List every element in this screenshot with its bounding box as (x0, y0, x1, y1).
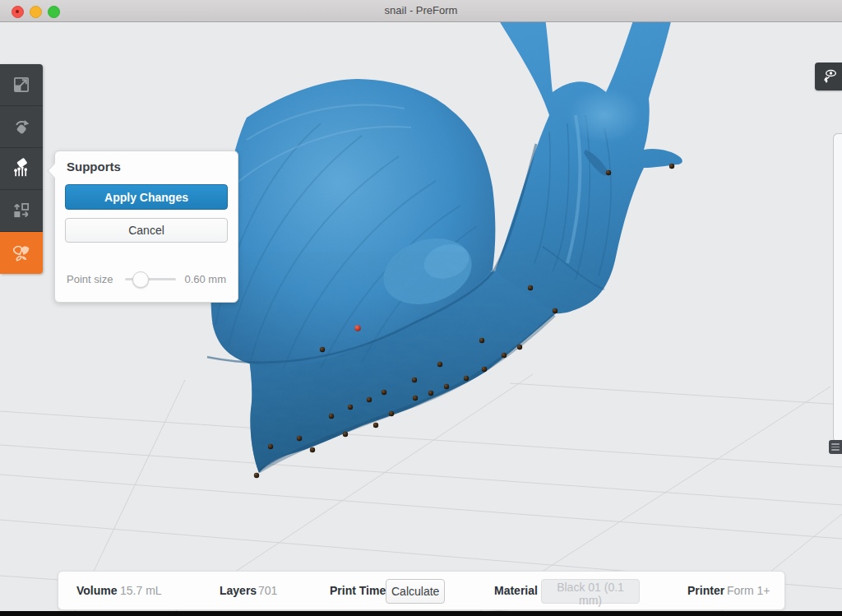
support-point[interactable] (482, 367, 487, 372)
layer-slider-track[interactable] (833, 133, 842, 442)
calculate-button[interactable]: Calculate (386, 579, 445, 604)
apply-changes-button[interactable]: Apply Changes (65, 184, 228, 210)
support-point[interactable] (528, 285, 533, 290)
rotate-tool-button[interactable] (0, 106, 43, 148)
layers-label: Layers (220, 584, 257, 597)
support-point[interactable] (606, 170, 611, 175)
support-point[interactable] (343, 432, 348, 437)
support-point[interactable] (373, 423, 378, 428)
tool-sidebar (0, 64, 43, 274)
print-time-label: Print Time (330, 584, 386, 597)
supports-panel: Supports Apply Changes Cancel Point size… (54, 151, 238, 303)
support-point[interactable] (254, 473, 259, 478)
support-point[interactable] (517, 345, 522, 350)
layout-icon (11, 200, 32, 221)
support-point[interactable] (367, 397, 372, 402)
support-point[interactable] (320, 347, 325, 352)
layer-slider-thumb[interactable] (829, 440, 842, 454)
preform-window: { "window": { "title": "snail - PreForm"… (0, 0, 842, 616)
selected-support-point[interactable] (354, 325, 361, 331)
support-point[interactable] (553, 308, 557, 313)
support-point[interactable] (437, 362, 442, 367)
status-bar: Volume 15.7 mL Layers 701 Print Time Cal… (58, 571, 785, 610)
window-title: snail - PreForm (0, 0, 842, 21)
layers-value: 701 (258, 584, 277, 597)
titlebar: snail - PreForm (0, 0, 842, 22)
cancel-button[interactable]: Cancel (65, 218, 228, 243)
3d-viewport[interactable] (0, 0, 842, 616)
rotate-icon (11, 116, 32, 137)
support-point[interactable] (389, 411, 394, 416)
orbit-view-button[interactable] (815, 63, 842, 90)
support-point[interactable] (464, 376, 469, 381)
volume-label: Volume (76, 584, 118, 597)
formlabs-logo-button[interactable] (0, 232, 43, 274)
support-point[interactable] (502, 353, 507, 358)
support-point[interactable] (329, 414, 334, 419)
supports-panel-title: Supports (67, 160, 121, 174)
screen-bottom-strip (0, 611, 842, 616)
orbit-view-icon (819, 67, 839, 86)
volume-value: 15.7 mL (120, 584, 162, 597)
support-point[interactable] (310, 447, 315, 452)
support-point[interactable] (479, 338, 484, 343)
supports-icon (11, 158, 32, 179)
printer-label: Printer (687, 584, 724, 597)
point-size-slider-track[interactable] (125, 278, 176, 280)
support-point[interactable] (413, 396, 418, 401)
support-point[interactable] (669, 164, 674, 169)
layout-tool-button[interactable] (0, 190, 43, 232)
point-size-slider-thumb[interactable] (132, 271, 149, 288)
scale-icon (11, 74, 32, 95)
point-size-value: 0.60 mm (184, 273, 226, 285)
support-point[interactable] (348, 405, 353, 410)
support-point[interactable] (382, 390, 386, 395)
formlabs-butterfly-icon (10, 242, 33, 265)
scale-tool-button[interactable] (0, 64, 43, 106)
support-point[interactable] (428, 391, 433, 396)
printer-value: Form 1+ (727, 584, 770, 597)
material-label: Material (494, 584, 538, 597)
support-point[interactable] (444, 384, 449, 389)
support-point[interactable] (297, 436, 302, 441)
supports-tool-button[interactable] (0, 148, 43, 190)
material-button[interactable]: Black 01 (0.1 mm) (541, 579, 640, 604)
support-point[interactable] (268, 444, 273, 449)
support-point[interactable] (412, 377, 417, 382)
point-size-label: Point size (67, 273, 113, 285)
